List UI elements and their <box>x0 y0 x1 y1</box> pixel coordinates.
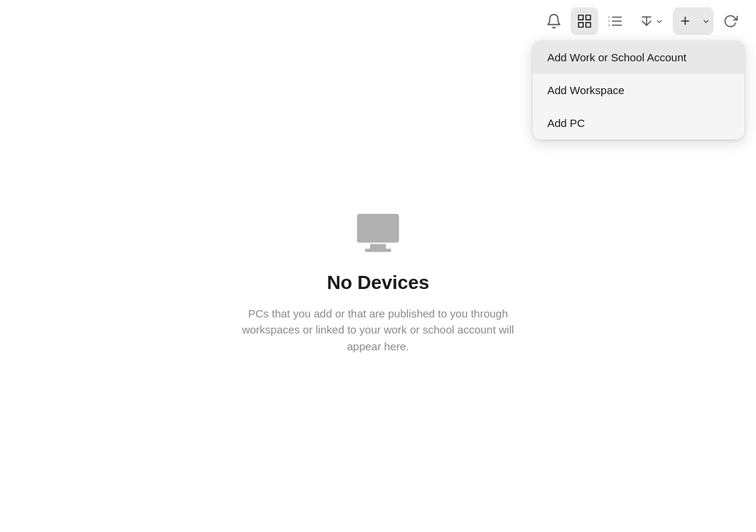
monitor-icon <box>352 207 404 260</box>
svg-rect-1 <box>586 15 590 20</box>
sort-button[interactable] <box>632 7 670 35</box>
svg-rect-13 <box>370 244 386 249</box>
empty-title: No Devices <box>327 271 429 294</box>
grid-icon <box>576 13 593 29</box>
add-button-group: + <box>673 7 714 35</box>
add-main-button[interactable]: + <box>673 7 698 35</box>
svg-rect-3 <box>586 23 590 27</box>
chevron-down-icon <box>655 18 663 26</box>
empty-description: PCs that you add or that are published t… <box>225 306 531 355</box>
toolbar: + <box>528 0 756 42</box>
list-view-button[interactable] <box>601 7 629 35</box>
empty-state: No Devices PCs that you add or that are … <box>225 207 531 355</box>
add-workspace-item[interactable]: Add Workspace <box>533 74 744 107</box>
svg-rect-2 <box>579 23 583 27</box>
notification-button[interactable] <box>540 7 568 35</box>
list-icon <box>607 13 623 29</box>
add-dropdown-menu: Add Work or School Account Add Workspace… <box>533 41 744 139</box>
refresh-icon <box>723 14 738 28</box>
add-pc-item[interactable]: Add PC <box>533 107 744 139</box>
svg-rect-0 <box>579 15 583 20</box>
plus-icon: + <box>681 13 690 29</box>
sort-icon <box>639 14 654 28</box>
svg-rect-12 <box>357 214 399 243</box>
bell-icon <box>546 13 562 29</box>
chevron-down-small-icon <box>702 18 710 26</box>
add-dropdown-button[interactable] <box>698 7 714 35</box>
svg-rect-14 <box>365 248 391 252</box>
add-work-school-item[interactable]: Add Work or School Account <box>533 41 744 74</box>
refresh-button[interactable] <box>717 7 744 35</box>
grid-view-button[interactable] <box>571 7 598 35</box>
